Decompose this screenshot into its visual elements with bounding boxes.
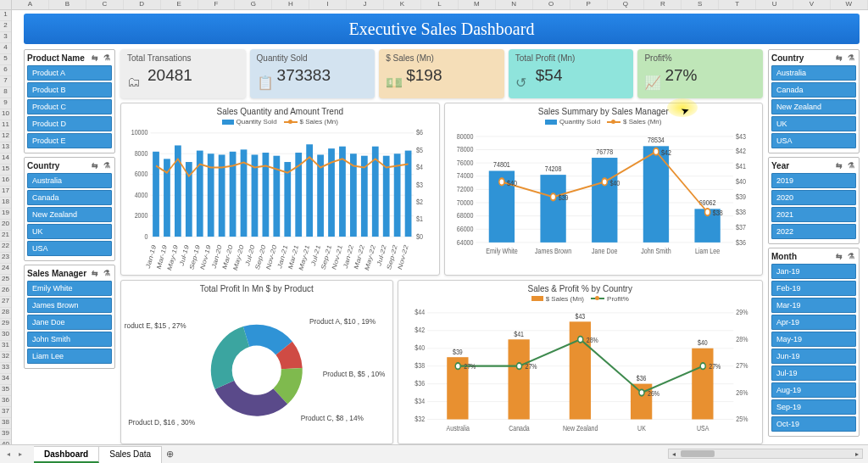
row-header[interactable]: 34: [0, 374, 11, 385]
clear-filter-icon[interactable]: ⚗: [846, 160, 856, 170]
multi-select-icon[interactable]: ⇆: [834, 160, 844, 170]
col-header[interactable]: B: [49, 0, 86, 9]
slicer-item[interactable]: Jane Doe: [27, 315, 112, 330]
slicer-item[interactable]: Canada: [771, 82, 856, 98]
slicer-item[interactable]: Product E: [27, 133, 112, 148]
slicer-item[interactable]: Aug-19: [771, 382, 856, 398]
col-header[interactable]: D: [124, 0, 161, 9]
row-header[interactable]: 35: [0, 385, 11, 396]
chart-trend[interactable]: Sales Quantity and Amount Trend Quantity…: [120, 103, 440, 276]
horizontal-scrollbar[interactable]: ◂ ▸: [668, 449, 863, 459]
row-header[interactable]: 25: [0, 275, 11, 286]
col-header[interactable]: J: [347, 0, 384, 9]
clear-filter-icon[interactable]: ⚗: [846, 53, 856, 63]
slicer-item[interactable]: USA: [771, 133, 856, 148]
row-headers[interactable]: 1234567891011121314151617181920212223242…: [0, 10, 12, 451]
col-header[interactable]: H: [272, 0, 309, 9]
row-header[interactable]: 1: [0, 10, 11, 21]
slicer-item[interactable]: Product B: [27, 82, 112, 98]
chart-donut[interactable]: Total Profit In Mn $ by Product Product …: [120, 280, 393, 444]
row-header[interactable]: 18: [0, 198, 11, 209]
row-header[interactable]: 21: [0, 231, 11, 242]
slicer-item[interactable]: Product A: [27, 65, 112, 81]
col-header[interactable]: Q: [608, 0, 645, 9]
add-sheet-button[interactable]: ⊕: [162, 449, 177, 460]
row-header[interactable]: 10: [0, 109, 11, 120]
sheet-tab[interactable]: Dashboard: [34, 446, 99, 463]
slicer-item[interactable]: 2020: [771, 190, 856, 205]
row-header[interactable]: 26: [0, 286, 11, 297]
slicer-item[interactable]: Sep-19: [771, 399, 856, 415]
clear-filter-icon[interactable]: ⚗: [102, 53, 112, 63]
slicer-item[interactable]: 2021: [771, 207, 856, 222]
clear-filter-icon[interactable]: ⚗: [102, 268, 112, 278]
col-header[interactable]: N: [496, 0, 533, 9]
slicer-item[interactable]: USA: [27, 241, 112, 256]
row-header[interactable]: 16: [0, 176, 11, 187]
col-header[interactable]: V: [793, 0, 831, 9]
scroll-left-icon[interactable]: ◂: [669, 450, 679, 458]
tab-nav-prev-icon[interactable]: ▸: [15, 449, 25, 460]
col-header[interactable]: K: [384, 0, 421, 9]
slicer-item[interactable]: Jun-19: [771, 349, 856, 364]
tab-nav-first-icon[interactable]: ◂: [3, 449, 14, 460]
row-header[interactable]: 36: [0, 396, 11, 407]
row-header[interactable]: 13: [0, 142, 11, 153]
slicer-item[interactable]: Emily White: [27, 281, 112, 296]
slicer-item[interactable]: 2019: [771, 173, 856, 188]
row-header[interactable]: 38: [0, 418, 11, 429]
slicer-item[interactable]: Jan-19: [771, 264, 856, 279]
row-header[interactable]: 3: [0, 32, 11, 43]
column-headers[interactable]: ABCDEFGHIJKLMNOPQRSTUVW: [0, 0, 868, 10]
col-header[interactable]: T: [719, 0, 756, 9]
row-header[interactable]: 7: [0, 76, 11, 87]
slicer-item[interactable]: John Smith: [27, 332, 112, 347]
multi-select-icon[interactable]: ⇆: [834, 53, 844, 63]
row-header[interactable]: 30: [0, 330, 11, 341]
row-header[interactable]: 32: [0, 352, 11, 363]
row-header[interactable]: 17: [0, 187, 11, 198]
multi-select-icon[interactable]: ⇆: [90, 53, 100, 63]
row-header[interactable]: 2: [0, 21, 11, 32]
slicer-item[interactable]: Australia: [771, 65, 856, 81]
row-header[interactable]: 39: [0, 429, 11, 440]
row-header[interactable]: 22: [0, 242, 11, 253]
row-header[interactable]: 5: [0, 54, 11, 65]
row-header[interactable]: 8: [0, 87, 11, 98]
row-header[interactable]: 11: [0, 120, 11, 131]
clear-filter-icon[interactable]: ⚗: [102, 160, 112, 170]
sheet-tab[interactable]: Sales Data: [99, 446, 162, 463]
slicer-item[interactable]: Liam Lee: [27, 349, 112, 364]
slicer-item[interactable]: UK: [27, 224, 112, 239]
row-header[interactable]: 9: [0, 98, 11, 109]
col-header[interactable]: M: [459, 0, 496, 9]
row-header[interactable]: 12: [0, 131, 11, 142]
slicer-item[interactable]: Apr-19: [771, 315, 856, 330]
multi-select-icon[interactable]: ⇆: [90, 268, 100, 278]
slicer-item[interactable]: Canada: [27, 190, 112, 205]
col-header[interactable]: F: [198, 0, 236, 9]
row-header[interactable]: 15: [0, 165, 11, 176]
slicer-item[interactable]: Mar-19: [771, 298, 856, 313]
slicer-item[interactable]: 2022: [771, 224, 856, 239]
row-header[interactable]: 6: [0, 65, 11, 76]
row-header[interactable]: 4: [0, 43, 11, 54]
row-header[interactable]: 31: [0, 341, 11, 352]
col-header[interactable]: I: [309, 0, 347, 9]
slicer-item[interactable]: UK: [771, 116, 856, 131]
col-header[interactable]: U: [756, 0, 793, 9]
slicer-item[interactable]: New Zealand: [27, 207, 112, 222]
col-header[interactable]: G: [235, 0, 272, 9]
multi-select-icon[interactable]: ⇆: [90, 160, 100, 170]
col-header[interactable]: W: [831, 0, 868, 9]
chart-manager[interactable]: Sales Summary by Sales Manager Quantity …: [444, 103, 764, 276]
slicer-item[interactable]: Australia: [27, 173, 112, 188]
slicer-item[interactable]: Feb-19: [771, 281, 856, 296]
slicer-item[interactable]: May-19: [771, 332, 856, 347]
row-header[interactable]: 20: [0, 220, 11, 231]
row-header[interactable]: 14: [0, 153, 11, 165]
slicer-item[interactable]: Product D: [27, 116, 112, 131]
row-header[interactable]: 29: [0, 319, 11, 330]
col-header[interactable]: S: [682, 0, 719, 9]
clear-filter-icon[interactable]: ⚗: [846, 251, 856, 261]
